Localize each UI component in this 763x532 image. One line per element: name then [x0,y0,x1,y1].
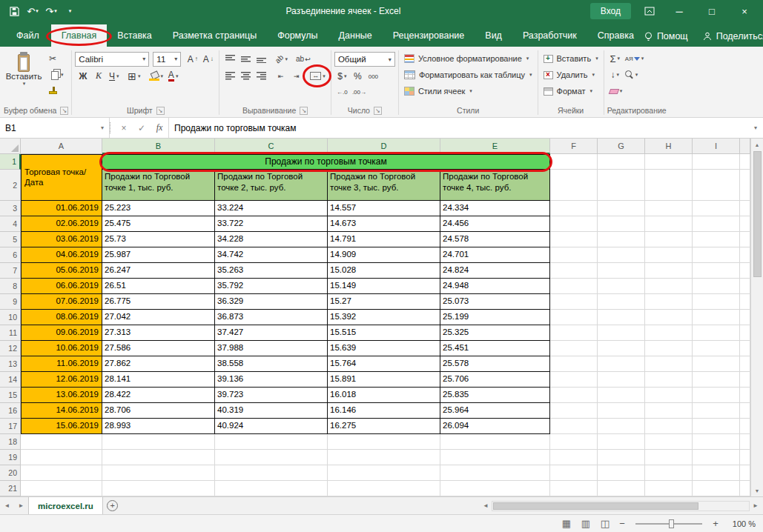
cell-H6[interactable] [645,247,693,263]
row-header-16[interactable]: 16 [0,403,21,419]
cell-C5[interactable]: 34.228 [215,232,328,247]
number-dialog-launcher[interactable]: ↘ [374,107,382,115]
tab-разметка-страницы[interactable]: Разметка страницы [162,24,267,47]
cell-I19[interactable] [693,450,740,465]
cell-A11[interactable]: 09.06.2019 [21,325,102,341]
cell-D4[interactable]: 14.673 [328,216,440,232]
cell-H1[interactable] [645,154,693,170]
decrease-decimal-button[interactable]: .00→ [350,84,369,100]
font-size-select[interactable]: 11▾ [153,52,181,67]
cell-A17[interactable]: 15.06.2019 [21,419,102,434]
cell-C19[interactable] [215,450,328,465]
find-select-button[interactable]: ▾ [623,67,641,83]
cell-H20[interactable] [645,465,693,481]
cell-C4[interactable]: 33.722 [215,216,328,232]
sheet-nav-right-button[interactable]: ► [14,497,28,514]
cell-H16[interactable] [645,403,693,419]
minimize-button[interactable]: ─ [668,1,690,21]
cell-A4[interactable]: 02.06.2019 [21,216,102,232]
cell-E21[interactable] [440,481,550,496]
cell-D11[interactable]: 15.515 [328,325,440,341]
cell-G10[interactable] [598,310,645,325]
cell-A10[interactable]: 08.06.2019 [21,310,102,325]
cell-E12[interactable]: 25.451 [440,341,550,356]
cell-C16[interactable]: 40.319 [215,403,328,419]
cut-button[interactable]: ✂ [47,50,66,66]
formula-bar-expand-button[interactable]: ▾ [748,118,763,138]
cell-A7[interactable]: 05.06.2019 [21,263,102,279]
cell-I6[interactable] [693,247,740,263]
cell-I11[interactable] [693,325,740,341]
maximize-button[interactable]: □ [701,1,723,21]
cell-I16[interactable] [693,403,740,419]
column-header-H[interactable]: H [645,139,693,154]
cell-F13[interactable] [550,356,598,372]
cell-F9[interactable] [550,294,598,310]
cell-A8[interactable]: 06.06.2019 [21,279,102,294]
tab-формулы[interactable]: Формулы [267,24,328,47]
row-header-14[interactable]: 14 [0,372,21,388]
row-header-21[interactable]: 21 [0,481,21,496]
zoom-out-button[interactable]: − [618,518,627,529]
sheet-tab[interactable]: microexcel.ru [28,497,103,514]
cell-overflow-7[interactable] [740,263,750,279]
row-header-1[interactable]: 1 [0,154,21,170]
add-sheet-button[interactable]: + [103,497,122,514]
cell-A14[interactable]: 12.06.2019 [21,372,102,388]
underline-button[interactable]: Ч▾ [106,68,122,84]
cell-B5[interactable]: 25.73 [102,232,215,247]
cell-G8[interactable] [598,279,645,294]
share-button[interactable]: Поделиться [703,31,763,41]
cell-G11[interactable] [598,325,645,341]
cell-B21[interactable] [102,481,215,496]
cell-overflow-16[interactable] [740,403,750,419]
cell-G16[interactable] [598,403,645,419]
cell-G7[interactable] [598,263,645,279]
bold-button[interactable]: Ж [75,68,90,84]
cell-C21[interactable] [215,481,328,496]
cell-F18[interactable] [550,434,598,450]
enter-button[interactable]: ✓ [133,118,151,138]
cell-A16[interactable]: 14.06.2019 [21,403,102,419]
cell-E7[interactable]: 24.824 [440,263,550,279]
scroll-down-arrow[interactable]: ▼ [751,485,763,496]
cell-C15[interactable]: 39.723 [215,388,328,403]
cell-I9[interactable] [693,294,740,310]
cell-G5[interactable] [598,232,645,247]
cell-G3[interactable] [598,201,645,216]
cell-D12[interactable]: 15.639 [328,341,440,356]
cell-B12[interactable]: 27.586 [102,341,215,356]
column-header-C[interactable]: C [215,139,328,154]
cell-A6[interactable]: 04.06.2019 [21,247,102,263]
cell-E20[interactable] [440,465,550,481]
row-header-10[interactable]: 10 [0,310,21,325]
comma-style-button[interactable]: 000 [366,69,381,84]
cell-overflow-13[interactable] [740,356,750,372]
cell-F16[interactable] [550,403,598,419]
cell-I17[interactable] [693,419,740,434]
clear-button[interactable]: ▾ [607,84,625,99]
sheet-nav-left-button[interactable]: ◄ [0,497,14,514]
font-color-button[interactable]: А▾ [165,68,181,84]
cell-E14[interactable]: 25.706 [440,372,550,388]
column-header-F[interactable]: F [550,139,598,154]
cell-D19[interactable] [328,450,440,465]
cell-E16[interactable]: 25.964 [440,403,550,419]
cell-overflow-17[interactable] [740,419,750,434]
align-center-button[interactable] [238,68,254,84]
cell-B13[interactable]: 27.862 [102,356,215,372]
cell-I18[interactable] [693,434,740,450]
cell-E2[interactable]: Продажи по Торговой точке 4, тыс. руб. [440,170,550,201]
cell-C3[interactable]: 33.224 [215,201,328,216]
cell-F17[interactable] [550,419,598,434]
cell-F2[interactable] [550,170,598,201]
page-break-view-button[interactable]: ◫ [598,518,612,529]
cell-D3[interactable]: 14.557 [328,201,440,216]
insert-cells-button[interactable]: +Вставить▾ [541,50,601,67]
cell-B8[interactable]: 26.51 [102,279,215,294]
cell-overflow-1[interactable] [740,154,750,170]
cell-C13[interactable]: 38.558 [215,356,328,372]
cell-overflow-11[interactable] [740,325,750,341]
tab-вставка[interactable]: Вставка [107,24,162,47]
cell-A1-merged-header[interactable]: Торговая точка/ Дата [21,154,102,201]
